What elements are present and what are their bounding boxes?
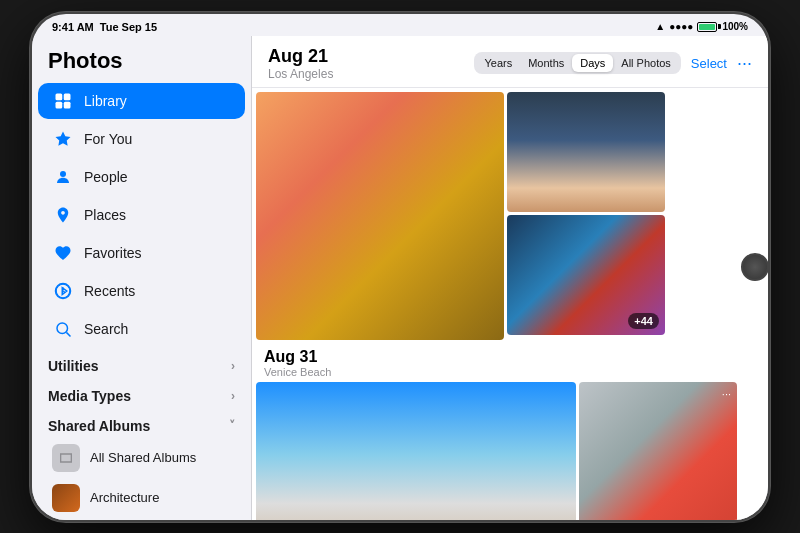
svg-point-6: [57, 323, 68, 334]
search-label: Search: [84, 321, 128, 337]
aug31-location: Venice Beach: [264, 366, 756, 378]
aug21-row: +44: [256, 92, 764, 340]
svg-rect-2: [56, 101, 63, 108]
utilities-label: Utilities: [48, 358, 99, 374]
architecture-label: Architecture: [90, 490, 159, 505]
search-icon: [52, 318, 74, 340]
signal-icon: ●●●●: [669, 21, 693, 32]
aug31-section: Aug 31 Venice Beach ··· +9: [256, 344, 764, 520]
sidebar-item-people[interactable]: People: [38, 159, 245, 195]
architecture-album[interactable]: Architecture: [38, 479, 245, 517]
photo-badge-1: +44: [628, 313, 659, 329]
shared-albums-label: Shared Albums: [48, 418, 150, 434]
sidebar-item-favorites[interactable]: Favorites: [38, 235, 245, 271]
for-you-icon: [52, 128, 74, 150]
filter-all-photos[interactable]: All Photos: [613, 54, 679, 72]
photos-header: Aug 21 Los Angeles Years Months Days All…: [252, 36, 768, 88]
svg-rect-1: [64, 93, 71, 100]
photo-woman-portrait[interactable]: [507, 92, 665, 212]
battery-fill: [699, 24, 714, 30]
wifi-icon: ▲: [655, 21, 665, 32]
places-icon: [52, 204, 74, 226]
filter-days[interactable]: Days: [572, 54, 613, 72]
utilities-section[interactable]: Utilities ›: [32, 348, 251, 378]
for-you-label: For You: [84, 131, 132, 147]
right-col: +44: [507, 92, 665, 340]
ipad-device: 9:41 AM Tue Sep 15 ▲ ●●●● 100% Photos: [30, 12, 770, 522]
header-controls: Years Months Days All Photos Select ···: [474, 52, 752, 74]
photo-hair-wind[interactable]: [256, 382, 576, 520]
photo-couple[interactable]: [256, 92, 504, 340]
battery-tip: [718, 24, 721, 29]
sidebar-item-search[interactable]: Search: [38, 311, 245, 347]
all-shared-albums[interactable]: All Shared Albums: [38, 439, 245, 477]
aug21-section: +44: [256, 92, 764, 340]
people-icon: [52, 166, 74, 188]
sidebar-title: Photos: [32, 36, 251, 82]
aug31-date: Aug 31: [264, 348, 756, 366]
sidebar-item-for-you[interactable]: For You: [38, 121, 245, 157]
utilities-chevron: ›: [231, 359, 235, 373]
mexico-city-album[interactable]: Mexico City: [38, 519, 245, 520]
select-button[interactable]: Select: [691, 56, 727, 71]
library-label: Library: [84, 93, 127, 109]
photo-grid: +44 Aug 31 Venice Beach: [252, 88, 768, 520]
places-label: Places: [84, 207, 126, 223]
battery-body: [697, 22, 717, 32]
all-shared-label: All Shared Albums: [90, 450, 196, 465]
filter-years[interactable]: Years: [476, 54, 520, 72]
battery-pct: 100%: [722, 21, 748, 32]
shared-albums-chevron: ˅: [229, 419, 235, 433]
battery: 100%: [697, 21, 748, 32]
status-right: ▲ ●●●● 100%: [655, 21, 748, 32]
photos-date: Aug 21: [268, 46, 333, 67]
status-bar: 9:41 AM Tue Sep 15 ▲ ●●●● 100%: [32, 14, 768, 36]
time-filter: Years Months Days All Photos: [474, 52, 680, 74]
media-types-label: Media Types: [48, 388, 131, 404]
photo-urban[interactable]: ···: [579, 382, 737, 520]
people-label: People: [84, 169, 128, 185]
sidebar-item-places[interactable]: Places: [38, 197, 245, 233]
architecture-thumb: [52, 484, 80, 512]
shared-albums-section[interactable]: Shared Albums ˅: [32, 408, 251, 438]
favorites-icon: [52, 242, 74, 264]
sidebar: Photos Library For You People: [32, 36, 252, 520]
photo-colorful-woman[interactable]: +44: [507, 215, 665, 335]
app-container: Photos Library For You People: [32, 36, 768, 520]
photos-location: Los Angeles: [268, 67, 333, 81]
status-date: Tue Sep 15: [100, 21, 157, 33]
sidebar-item-recents[interactable]: Recents: [38, 273, 245, 309]
all-shared-thumb: [52, 444, 80, 472]
aug31-row: ··· +9: [256, 382, 764, 520]
svg-rect-3: [64, 101, 71, 108]
media-types-section[interactable]: Media Types ›: [32, 378, 251, 408]
svg-point-4: [60, 171, 66, 177]
status-time: 9:41 AM: [52, 21, 94, 33]
date-info: Aug 21 Los Angeles: [268, 46, 333, 81]
status-left: 9:41 AM Tue Sep 15: [52, 21, 157, 33]
aug31-header: Aug 31 Venice Beach: [256, 344, 764, 382]
main-content: Aug 21 Los Angeles Years Months Days All…: [252, 36, 768, 520]
home-button[interactable]: [741, 253, 769, 281]
more-button[interactable]: ···: [737, 53, 752, 74]
more-overlay: ···: [722, 388, 731, 400]
sidebar-item-library[interactable]: Library: [38, 83, 245, 119]
recents-label: Recents: [84, 283, 135, 299]
library-icon: [52, 90, 74, 112]
aug31-right: ··· +9: [579, 382, 737, 520]
recents-icon: [52, 280, 74, 302]
favorites-label: Favorites: [84, 245, 142, 261]
filter-months[interactable]: Months: [520, 54, 572, 72]
media-types-chevron: ›: [231, 389, 235, 403]
svg-line-7: [66, 332, 70, 336]
svg-rect-0: [56, 93, 63, 100]
